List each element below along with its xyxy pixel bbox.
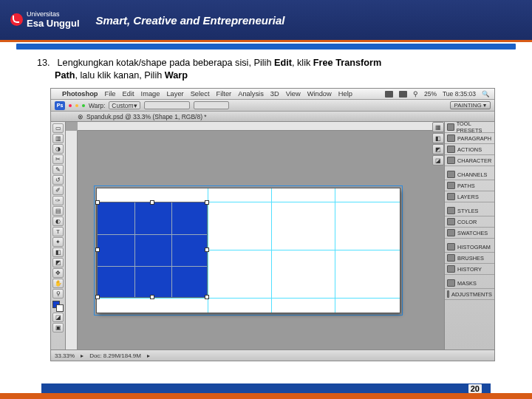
ps-app-icon[interactable]: Ps: [55, 101, 65, 110]
panel-label: MASKS: [457, 280, 477, 287]
warp-grid[interactable]: [98, 266, 207, 267]
warp-options-group[interactable]: [144, 101, 190, 109]
guide-v[interactable]: [335, 188, 335, 313]
menu-layer[interactable]: Layer: [166, 90, 183, 98]
tool-brush[interactable]: ✐: [52, 185, 64, 195]
panel-history[interactable]: HISTORY: [445, 264, 494, 275]
artboard[interactable]: [97, 188, 400, 313]
collapsed-panel-icon[interactable]: ◩: [432, 144, 444, 154]
menu-select[interactable]: Select: [191, 90, 210, 98]
mac-menubar[interactable]: Photoshop File Edit Image Layer Select F…: [51, 89, 494, 100]
panel-color[interactable]: COLOR: [445, 216, 494, 228]
tool-move[interactable]: ▥: [52, 134, 64, 143]
collapsed-panel-dock: ▦ ◧ ◩ ◪: [432, 122, 444, 166]
logo-mark-icon: [10, 13, 23, 26]
collapsed-panel-icon[interactable]: ▦: [432, 122, 444, 132]
panel-icon: [447, 218, 455, 225]
panel-icon: [447, 243, 455, 250]
status-doc-info[interactable]: Doc: 8.29M/184.9M: [89, 352, 141, 359]
tool-hand[interactable]: ✋: [52, 279, 64, 288]
canvas-area[interactable]: [78, 131, 444, 349]
status-chevron-icon[interactable]: ▸: [147, 352, 150, 359]
warp-label: Warp:: [89, 102, 105, 109]
tool-eyedropper[interactable]: ✎: [52, 165, 64, 174]
panel-masks[interactable]: MASKS: [445, 278, 494, 289]
screenmode-toggle[interactable]: ▣: [52, 323, 64, 332]
background-swatch[interactable]: [56, 304, 64, 312]
menu-file[interactable]: File: [105, 90, 116, 98]
warp-grid[interactable]: [134, 202, 135, 297]
guide-h[interactable]: [97, 298, 400, 299]
panel-icon: [447, 207, 455, 214]
tool-gradient[interactable]: ◐: [52, 216, 64, 226]
tool-pen[interactable]: ✦: [52, 237, 64, 247]
transform-handle[interactable]: [205, 200, 209, 205]
confirm-cancel-group[interactable]: [194, 101, 229, 109]
instr-bold-warp: Warp: [165, 70, 188, 81]
transform-handle[interactable]: [205, 248, 209, 252]
transform-handle[interactable]: [95, 295, 100, 299]
transform-bounding-box[interactable]: [97, 202, 208, 298]
panel-paths[interactable]: PATHS: [445, 180, 494, 191]
panel-paragraph[interactable]: PARAGRAPH: [445, 133, 494, 144]
ruler-vertical[interactable]: [66, 131, 78, 349]
tool-stamp[interactable]: ✑: [52, 196, 64, 205]
menubar-clock: Tue 8:35:03: [443, 90, 476, 98]
menu-3d[interactable]: 3D: [270, 90, 279, 98]
panel-styles[interactable]: STYLES: [445, 205, 494, 216]
workspace-mode-button[interactable]: PAINTING ▾: [450, 101, 491, 109]
ps-body: ▭ ▥ ◑ ✂ ✎ ↺ ✐ ✑ ▤ ◐ T ✦ ◧ ◩ ✥ ✋ ⚲ ◪ ▣: [51, 122, 494, 349]
panel-character[interactable]: CHARACTER: [445, 155, 494, 166]
tool-path-select[interactable]: ◩: [52, 258, 64, 267]
menu-help[interactable]: Help: [338, 90, 352, 98]
tool-3d[interactable]: ✥: [52, 268, 64, 278]
collapsed-panel-icon[interactable]: ◧: [432, 133, 444, 143]
tool-shape[interactable]: ◧: [52, 248, 64, 257]
tool-zoom[interactable]: ⚲: [52, 289, 64, 299]
tool-heal[interactable]: ↺: [52, 175, 64, 185]
tool-eraser[interactable]: ▤: [52, 206, 64, 216]
instr-bold-path: Path: [55, 70, 75, 81]
transform-handle[interactable]: [95, 200, 100, 205]
status-chevron-icon[interactable]: ▸: [81, 352, 83, 359]
guide-v[interactable]: [271, 188, 272, 313]
transform-handle[interactable]: [95, 248, 100, 252]
panel-actions[interactable]: ACTIONS: [445, 144, 494, 155]
panel-brushes[interactable]: BRUSHES: [445, 253, 494, 264]
panel-channels[interactable]: CHANNELS: [445, 169, 494, 180]
menu-filter[interactable]: Filter: [216, 90, 232, 98]
panel-histogram[interactable]: HISTOGRAM: [445, 242, 494, 253]
tool-marquee[interactable]: ▭: [52, 123, 64, 133]
traffic-close-icon[interactable]: [69, 104, 72, 107]
panel-tool-presets[interactable]: TOOL PRESETS: [445, 122, 494, 133]
ruler-horizontal[interactable]: [78, 122, 444, 131]
menu-photoshop[interactable]: Photoshop: [62, 90, 98, 98]
panel-adjustments[interactable]: ADJUSTMENTS: [445, 289, 494, 300]
panel-layers[interactable]: LAYERS: [445, 191, 494, 202]
status-zoom[interactable]: 33.33%: [55, 352, 75, 359]
menu-edit[interactable]: Edit: [123, 90, 134, 98]
tool-crop[interactable]: ✂: [52, 154, 64, 164]
document-tab[interactable]: ⊗ Spanduk.psd @ 33.3% (Shape 1, RGB/8) *: [51, 112, 494, 122]
transform-handle[interactable]: [150, 200, 154, 205]
menu-analysis[interactable]: Analysis: [238, 90, 264, 98]
tool-lasso[interactable]: ◑: [52, 144, 64, 154]
color-swatches[interactable]: [52, 301, 64, 312]
quickmask-toggle[interactable]: ◪: [52, 313, 64, 322]
menu-image[interactable]: Image: [141, 90, 160, 98]
panel-swatches[interactable]: SWATCHES: [445, 228, 494, 239]
menu-view[interactable]: View: [286, 90, 301, 98]
collapsed-panel-icon[interactable]: ◪: [432, 155, 444, 166]
warp-grid[interactable]: [171, 202, 172, 297]
transform-handle[interactable]: [150, 295, 154, 299]
menu-window[interactable]: Window: [307, 90, 332, 98]
tab-close-icon[interactable]: ⊗: [78, 113, 83, 120]
warp-grid[interactable]: [98, 234, 207, 235]
transform-handle[interactable]: [205, 295, 209, 299]
traffic-zoom-icon[interactable]: [82, 104, 85, 107]
spotlight-icon[interactable]: 🔍: [482, 90, 490, 98]
slide-header: Universitas Esa Unggul Smart, Creative a…: [0, 0, 532, 40]
traffic-min-icon[interactable]: [75, 104, 78, 107]
warp-style-select[interactable]: Custom ▾: [109, 101, 140, 109]
tool-type[interactable]: T: [52, 227, 64, 236]
